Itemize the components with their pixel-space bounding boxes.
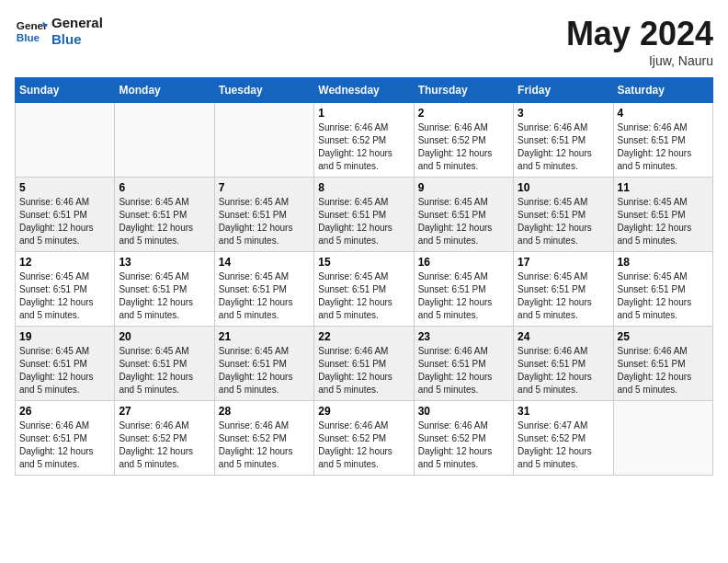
- day-info: Sunrise: 6:45 AM Sunset: 6:51 PM Dayligh…: [219, 196, 310, 247]
- weekday-header: Wednesday: [314, 78, 414, 103]
- calendar-cell: 24Sunrise: 6:46 AM Sunset: 6:51 PM Dayli…: [514, 327, 613, 401]
- day-number: 6: [119, 181, 210, 194]
- calendar-table: SundayMondayTuesdayWednesdayThursdayFrid…: [15, 77, 713, 476]
- day-number: 20: [119, 330, 210, 343]
- calendar-cell: 2Sunrise: 6:46 AM Sunset: 6:52 PM Daylig…: [414, 103, 513, 178]
- day-number: 10: [518, 181, 609, 194]
- logo-line1: General: [51, 15, 103, 31]
- day-info: Sunrise: 6:46 AM Sunset: 6:51 PM Dayligh…: [518, 345, 609, 396]
- day-number: 2: [418, 107, 509, 120]
- day-number: 24: [518, 330, 609, 343]
- day-info: Sunrise: 6:46 AM Sunset: 6:51 PM Dayligh…: [618, 121, 709, 173]
- day-info: Sunrise: 6:45 AM Sunset: 6:51 PM Dayligh…: [518, 196, 609, 247]
- calendar-cell: 19Sunrise: 6:45 AM Sunset: 6:51 PM Dayli…: [16, 327, 115, 401]
- calendar-cell: 28Sunrise: 6:46 AM Sunset: 6:52 PM Dayli…: [214, 401, 313, 476]
- calendar-week-row: 12Sunrise: 6:45 AM Sunset: 6:51 PM Dayli…: [16, 252, 713, 327]
- day-number: 31: [518, 405, 609, 418]
- calendar-cell: 15Sunrise: 6:45 AM Sunset: 6:51 PM Dayli…: [314, 252, 414, 327]
- calendar-cell: 6Sunrise: 6:45 AM Sunset: 6:51 PM Daylig…: [115, 178, 214, 252]
- day-number: 11: [618, 181, 709, 194]
- weekday-header: Saturday: [613, 78, 712, 103]
- day-info: Sunrise: 6:46 AM Sunset: 6:52 PM Dayligh…: [219, 419, 310, 471]
- calendar-week-row: 26Sunrise: 6:46 AM Sunset: 6:51 PM Dayli…: [16, 401, 713, 476]
- day-info: Sunrise: 6:45 AM Sunset: 6:51 PM Dayligh…: [119, 345, 210, 396]
- logo: General Blue General Blue: [15, 15, 103, 48]
- day-info: Sunrise: 6:46 AM Sunset: 6:52 PM Dayligh…: [318, 121, 409, 173]
- calendar-cell: 29Sunrise: 6:46 AM Sunset: 6:52 PM Dayli…: [314, 401, 414, 476]
- day-number: 17: [518, 256, 609, 269]
- day-number: 26: [19, 405, 110, 418]
- location: Ijuw, Nauru: [566, 53, 713, 68]
- day-info: Sunrise: 6:45 AM Sunset: 6:51 PM Dayligh…: [618, 196, 709, 247]
- day-number: 19: [19, 330, 110, 343]
- day-info: Sunrise: 6:46 AM Sunset: 6:52 PM Dayligh…: [119, 419, 210, 471]
- day-info: Sunrise: 6:45 AM Sunset: 6:51 PM Dayligh…: [518, 270, 609, 322]
- calendar-header-row: SundayMondayTuesdayWednesdayThursdayFrid…: [16, 78, 713, 103]
- calendar-cell: 26Sunrise: 6:46 AM Sunset: 6:51 PM Dayli…: [16, 401, 115, 476]
- logo-icon: General Blue: [15, 15, 48, 48]
- day-number: 12: [19, 256, 110, 269]
- calendar-cell: 25Sunrise: 6:46 AM Sunset: 6:51 PM Dayli…: [613, 327, 712, 401]
- svg-text:Blue: Blue: [17, 31, 40, 43]
- day-info: Sunrise: 6:46 AM Sunset: 6:51 PM Dayligh…: [19, 419, 110, 471]
- calendar-cell: 9Sunrise: 6:45 AM Sunset: 6:51 PM Daylig…: [414, 178, 513, 252]
- day-number: 4: [618, 107, 709, 120]
- calendar-cell: 11Sunrise: 6:45 AM Sunset: 6:51 PM Dayli…: [613, 178, 712, 252]
- calendar-cell: 10Sunrise: 6:45 AM Sunset: 6:51 PM Dayli…: [514, 178, 613, 252]
- calendar-cell: 4Sunrise: 6:46 AM Sunset: 6:51 PM Daylig…: [613, 103, 712, 178]
- day-info: Sunrise: 6:45 AM Sunset: 6:51 PM Dayligh…: [318, 270, 409, 322]
- day-number: 15: [318, 256, 409, 269]
- day-number: 27: [119, 405, 210, 418]
- calendar-cell: 16Sunrise: 6:45 AM Sunset: 6:51 PM Dayli…: [414, 252, 513, 327]
- day-info: Sunrise: 6:45 AM Sunset: 6:51 PM Dayligh…: [119, 196, 210, 247]
- calendar-cell: 30Sunrise: 6:46 AM Sunset: 6:52 PM Dayli…: [414, 401, 513, 476]
- day-number: 8: [318, 181, 409, 194]
- day-info: Sunrise: 6:46 AM Sunset: 6:52 PM Dayligh…: [418, 121, 509, 173]
- day-number: 7: [219, 181, 310, 194]
- day-number: 9: [418, 181, 509, 194]
- day-number: 1: [318, 107, 409, 120]
- day-info: Sunrise: 6:45 AM Sunset: 6:51 PM Dayligh…: [19, 345, 110, 396]
- day-number: 13: [119, 256, 210, 269]
- day-number: 5: [19, 181, 110, 194]
- day-info: Sunrise: 6:46 AM Sunset: 6:51 PM Dayligh…: [518, 121, 609, 173]
- calendar-cell: [613, 401, 712, 476]
- month-title: May 2024: [566, 15, 713, 53]
- day-number: 22: [318, 330, 409, 343]
- calendar-cell: [214, 103, 313, 178]
- calendar-cell: 3Sunrise: 6:46 AM Sunset: 6:51 PM Daylig…: [514, 103, 613, 178]
- day-info: Sunrise: 6:46 AM Sunset: 6:51 PM Dayligh…: [318, 345, 409, 396]
- calendar-week-row: 1Sunrise: 6:46 AM Sunset: 6:52 PM Daylig…: [16, 103, 713, 178]
- weekday-header: Friday: [514, 78, 613, 103]
- calendar-cell: 8Sunrise: 6:45 AM Sunset: 6:51 PM Daylig…: [314, 178, 414, 252]
- day-info: Sunrise: 6:45 AM Sunset: 6:51 PM Dayligh…: [219, 345, 310, 396]
- calendar-cell: 12Sunrise: 6:45 AM Sunset: 6:51 PM Dayli…: [16, 252, 115, 327]
- day-number: 30: [418, 405, 509, 418]
- calendar-week-row: 5Sunrise: 6:46 AM Sunset: 6:51 PM Daylig…: [16, 178, 713, 252]
- weekday-header: Monday: [115, 78, 214, 103]
- day-info: Sunrise: 6:45 AM Sunset: 6:51 PM Dayligh…: [418, 270, 509, 322]
- calendar-cell: 17Sunrise: 6:45 AM Sunset: 6:51 PM Dayli…: [514, 252, 613, 327]
- calendar-cell: 23Sunrise: 6:46 AM Sunset: 6:51 PM Dayli…: [414, 327, 513, 401]
- calendar-cell: 31Sunrise: 6:47 AM Sunset: 6:52 PM Dayli…: [514, 401, 613, 476]
- day-number: 14: [219, 256, 310, 269]
- title-block: May 2024 Ijuw, Nauru: [566, 15, 713, 68]
- day-info: Sunrise: 6:45 AM Sunset: 6:51 PM Dayligh…: [418, 196, 509, 247]
- calendar-cell: 14Sunrise: 6:45 AM Sunset: 6:51 PM Dayli…: [214, 252, 313, 327]
- calendar-cell: 18Sunrise: 6:45 AM Sunset: 6:51 PM Dayli…: [613, 252, 712, 327]
- day-info: Sunrise: 6:46 AM Sunset: 6:51 PM Dayligh…: [418, 345, 509, 396]
- calendar-cell: 5Sunrise: 6:46 AM Sunset: 6:51 PM Daylig…: [16, 178, 115, 252]
- day-number: 18: [618, 256, 709, 269]
- day-info: Sunrise: 6:45 AM Sunset: 6:51 PM Dayligh…: [19, 270, 110, 322]
- day-info: Sunrise: 6:46 AM Sunset: 6:51 PM Dayligh…: [19, 196, 110, 247]
- day-info: Sunrise: 6:45 AM Sunset: 6:51 PM Dayligh…: [219, 270, 310, 322]
- day-info: Sunrise: 6:46 AM Sunset: 6:51 PM Dayligh…: [618, 345, 709, 396]
- day-number: 28: [219, 405, 310, 418]
- page-header: General Blue General Blue May 2024 Ijuw,…: [15, 15, 713, 68]
- day-number: 3: [518, 107, 609, 120]
- day-info: Sunrise: 6:47 AM Sunset: 6:52 PM Dayligh…: [518, 419, 609, 471]
- day-info: Sunrise: 6:46 AM Sunset: 6:52 PM Dayligh…: [418, 419, 509, 471]
- weekday-header: Sunday: [16, 78, 115, 103]
- calendar-week-row: 19Sunrise: 6:45 AM Sunset: 6:51 PM Dayli…: [16, 327, 713, 401]
- calendar-cell: [115, 103, 214, 178]
